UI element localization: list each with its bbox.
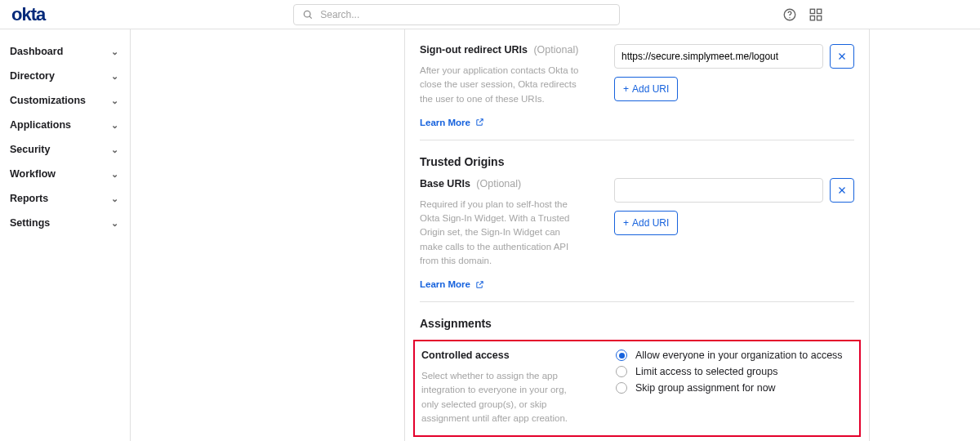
section-signout-uris: Sign-out redirect URIs (Optional) After … <box>420 44 854 140</box>
radio-selected-groups[interactable]: Limit access to selected groups <box>616 366 853 377</box>
svg-line-1 <box>310 16 312 18</box>
topbar: okta <box>0 0 980 29</box>
svg-rect-4 <box>810 9 814 13</box>
sidenav-label: Customizations <box>10 95 86 106</box>
chevron-down-icon: ⌄ <box>111 218 118 229</box>
search-icon <box>301 7 315 22</box>
chevron-down-icon: ⌄ <box>111 169 118 180</box>
remove-uri-button[interactable] <box>830 44 854 69</box>
svg-rect-7 <box>817 16 822 20</box>
help-icon[interactable] <box>782 7 797 22</box>
assignments-title: Assignments <box>420 317 854 330</box>
radio-icon <box>616 350 627 361</box>
chevron-down-icon: ⌄ <box>111 194 118 204</box>
main-content: Sign-out redirect URIs (Optional) After … <box>131 29 980 441</box>
radio-icon <box>616 366 627 377</box>
sidenav-label: Security <box>10 144 50 155</box>
search-field[interactable] <box>293 4 620 25</box>
controlled-access-highlight: Controlled access Select whether to assi… <box>413 340 861 437</box>
chevron-down-icon: ⌄ <box>111 120 118 131</box>
external-link-icon <box>475 280 484 289</box>
sidenav-label: Reports <box>10 193 48 204</box>
close-icon <box>837 51 847 61</box>
search-input[interactable] <box>320 9 612 20</box>
form-panel: Sign-out redirect URIs (Optional) After … <box>404 29 870 441</box>
base-uris-desc: Required if you plan to self-host the Ok… <box>420 198 583 268</box>
base-uri-input[interactable] <box>614 178 823 203</box>
sidenav-item-customizations[interactable]: Customizations ⌄ <box>0 88 130 113</box>
add-base-uri-button[interactable]: + Add URI <box>614 211 678 235</box>
signout-uris-desc: After your application contacts Okta to … <box>420 64 583 106</box>
sidenav-item-workflow[interactable]: Workflow ⌄ <box>0 162 130 186</box>
plus-icon: + <box>623 217 629 229</box>
controlled-access-desc: Select whether to assign the app integra… <box>421 369 585 425</box>
add-signout-uri-button[interactable]: + Add URI <box>614 77 678 101</box>
svg-point-3 <box>789 17 790 18</box>
section-assignments: Assignments Controlled access Select whe… <box>420 301 854 437</box>
radio-allow-everyone[interactable]: Allow everyone in your organization to a… <box>616 350 853 361</box>
svg-rect-6 <box>810 16 814 20</box>
trusted-learn-more-link[interactable]: Learn More <box>420 279 484 289</box>
sidenav-item-applications[interactable]: Applications ⌄ <box>0 113 130 137</box>
sidenav-item-reports[interactable]: Reports ⌄ <box>0 186 130 211</box>
sidenav-item-directory[interactable]: Directory ⌄ <box>0 64 130 88</box>
svg-rect-5 <box>817 9 822 13</box>
signout-learn-more-link[interactable]: Learn More <box>420 118 484 127</box>
logo: okta <box>11 4 45 25</box>
sidenav-label: Directory <box>10 70 55 82</box>
chevron-down-icon: ⌄ <box>111 71 118 82</box>
chevron-down-icon: ⌄ <box>111 145 118 155</box>
signout-uris-label: Sign-out redirect URIs (Optional) <box>420 44 583 56</box>
sidenav-label: Dashboard <box>10 46 63 57</box>
trusted-origins-title: Trusted Origins <box>420 155 854 168</box>
sidenav-item-settings[interactable]: Settings ⌄ <box>0 211 130 235</box>
close-icon <box>837 185 847 195</box>
external-link-icon <box>475 118 484 127</box>
sidenav-label: Workflow <box>10 168 56 180</box>
apps-grid-icon[interactable] <box>808 7 823 22</box>
controlled-access-label: Controlled access <box>421 350 585 361</box>
sidenav-label: Applications <box>10 119 71 131</box>
chevron-down-icon: ⌄ <box>111 47 118 57</box>
radio-icon <box>616 382 627 394</box>
sidenav-item-security[interactable]: Security ⌄ <box>0 137 130 162</box>
section-trusted-origins: Trusted Origins Base URIs (Optional) Req… <box>420 140 854 301</box>
sidenav-item-dashboard[interactable]: Dashboard ⌄ <box>0 39 130 64</box>
base-uris-label: Base URIs (Optional) <box>420 178 583 189</box>
sidenav-label: Settings <box>10 217 50 229</box>
signout-uri-input[interactable] <box>614 44 823 69</box>
sidenav: Dashboard ⌄ Directory ⌄ Customizations ⌄… <box>0 29 131 441</box>
chevron-down-icon: ⌄ <box>111 96 118 106</box>
radio-skip-assignment[interactable]: Skip group assignment for now <box>616 382 853 394</box>
svg-point-0 <box>305 11 311 17</box>
plus-icon: + <box>623 83 629 95</box>
remove-base-uri-button[interactable] <box>830 178 854 203</box>
